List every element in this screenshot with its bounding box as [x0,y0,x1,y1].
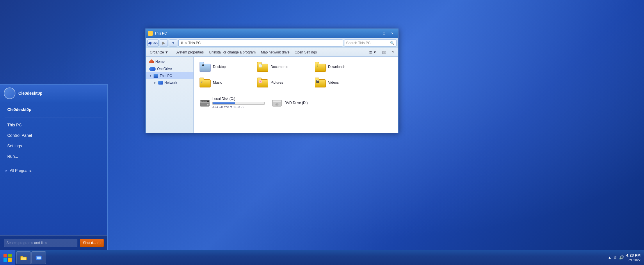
downloads-folder-label: Downloads [328,65,345,69]
clock-time: 4:23 PM [626,253,641,258]
documents-folder-label: Documents [271,65,288,69]
view-button[interactable]: ≣ ▼ [367,49,379,56]
start-menu-run[interactable]: Run... [0,151,107,162]
start-menu-username[interactable]: Cle0deskt0p [0,104,107,115]
system-properties-label: System properties [176,50,204,54]
local-disk-c-bar-container [212,102,265,105]
organize-button[interactable]: Organize ▼ [147,49,171,56]
start-menu-content: Cle0deskt0p This PC Control Panel Settin… [0,102,107,235]
clock-date: 7/1/2022 [626,258,641,262]
dvd-drive-d[interactable]: DVD Drive (D:) [269,95,339,110]
home-icon [149,59,154,64]
local-disk-c[interactable]: Windows Local Disk (C:) 33.4 GB free of … [197,95,267,110]
monitor-icon[interactable]: 🖥 [613,255,617,260]
svg-rect-9 [21,257,26,260]
network-expand-arrow: ► [154,81,157,84]
search-box[interactable]: Search This PC 🔍 [344,40,396,46]
local-disk-c-info: Local Disk (C:) 33.4 GB free of 59.3 GB [212,97,265,109]
address-path[interactable]: 🖥 » This PC [178,40,343,46]
title-buttons: – □ ✕ [372,31,396,36]
open-settings-button[interactable]: Open Settings [292,49,319,56]
local-disk-c-size: 33.4 GB free of 59.3 GB [212,105,265,109]
organize-arrow: ▼ [165,50,168,54]
start-menu-divider-2 [5,164,103,164]
start-menu-divider-1 [5,117,103,117]
user-avatar [4,87,15,99]
title-bar: This PC – □ ✕ [146,29,398,38]
sidebar-network-label: Network [164,81,177,85]
sidebar-item-thispc[interactable]: ▼ This PC [146,72,193,79]
svg-point-4 [207,104,209,105]
start-button[interactable] [0,250,15,265]
taskbar-buttons [15,251,47,264]
sidebar-item-network[interactable]: ► Network [146,79,193,86]
taskbar: ▲ 🖥 🔊 4:23 PM 7/1/2022 [0,250,644,265]
svg-rect-6 [273,101,281,102]
start-menu-controlpanel[interactable]: Control Panel [0,130,107,141]
address-bar: ◀ Back ▶ ▼ 🖥 » This PC Search This PC 🔍 [146,38,398,48]
dropdown-button[interactable]: ▼ [169,40,177,46]
folder-taskbar-icon [20,255,27,260]
search-placeholder: Search This PC [346,41,371,45]
explorer-body: Home OneDrive ▼ This PC ► Network [146,57,398,133]
open-settings-label: Open Settings [295,50,317,54]
onedrive-icon [149,67,156,71]
chevron-up-icon[interactable]: ▲ [608,255,611,259]
address-thispc: This PC [188,41,201,45]
uninstall-button[interactable]: Uninstall or change a program [207,49,258,56]
view-toggle-button[interactable]: ▯▯ [380,49,389,56]
search-icon: 🔍 [390,41,394,45]
toolbar: Organize ▼ System properties Uninstall o… [146,48,398,57]
music-folder[interactable]: ♪ Music [197,76,252,89]
search-bar[interactable]: Search programs and files [4,239,77,247]
forward-button[interactable]: ▶ [160,40,168,46]
minimize-button[interactable]: – [372,31,380,36]
desktop-folder-label: Desktop [213,65,226,69]
start-menu-bottom: Search programs and files Shut d... ⏻ [0,235,107,250]
thispc-icon [154,74,158,78]
videos-folder[interactable]: 🎬 Videos [312,76,368,89]
local-disk-c-label: Local Disk (C:) [212,97,265,101]
thispc-expand-arrow: ▼ [149,74,152,77]
win-logo-red [3,254,7,257]
map-network-label: Map network drive [261,50,289,54]
power-icon: ⏻ [97,241,101,245]
help-button[interactable]: ? [390,49,396,56]
pictures-folder[interactable]: 🌸 Pictures [255,76,310,89]
taskbar-clock[interactable]: 4:23 PM 7/1/2022 [626,253,641,263]
folders-grid: 🖥 Desktop 📄 Documents [197,60,395,89]
map-network-button[interactable]: Map network drive [259,49,292,56]
windows-logo [3,254,12,262]
start-menu-settings[interactable]: Settings [0,141,107,151]
all-programs-button[interactable]: ► All Programs [0,166,107,174]
svg-rect-11 [37,257,41,259]
documents-folder[interactable]: 📄 Documents [255,60,310,74]
maximize-button[interactable]: □ [380,31,388,36]
start-menu-thispc[interactable]: This PC [0,120,107,130]
taskbar-explorer-btn[interactable] [16,251,31,264]
back-button[interactable]: ◀ Back [147,40,159,46]
network-taskbar-icon [35,255,42,260]
taskbar-network-btn[interactable] [31,251,46,264]
dvd-icon [272,98,282,108]
shutdown-button[interactable]: Shut d... ⏻ [80,239,104,247]
sidebar-item-home[interactable]: Home [146,58,193,65]
organize-label: Organize [150,50,164,54]
pictures-folder-label: Pictures [271,80,283,85]
speaker-icon[interactable]: 🔊 [619,255,624,260]
sidebar-item-onedrive[interactable]: OneDrive [146,65,193,72]
explorer-main: 🖥 Desktop 📄 Documents [194,57,398,133]
uninstall-label: Uninstall or change a program [209,50,256,54]
taskbar-right: ▲ 🖥 🔊 4:23 PM 7/1/2022 [608,253,644,263]
address-icon: 🖥 [180,41,184,45]
username-label: Cle0deskt0p [18,91,42,96]
dvd-drive-d-label: DVD Drive (D:) [284,101,337,105]
music-folder-label: Music [213,80,222,85]
system-properties-button[interactable]: System properties [173,49,206,56]
sidebar-thispc-label: This PC [160,74,172,78]
videos-folder-label: Videos [328,80,339,85]
drives-grid: Windows Local Disk (C:) 33.4 GB free of … [197,95,395,110]
downloads-folder[interactable]: ⇩ Downloads [312,60,368,74]
close-button[interactable]: ✕ [388,31,396,36]
desktop-folder[interactable]: 🖥 Desktop [197,60,252,74]
